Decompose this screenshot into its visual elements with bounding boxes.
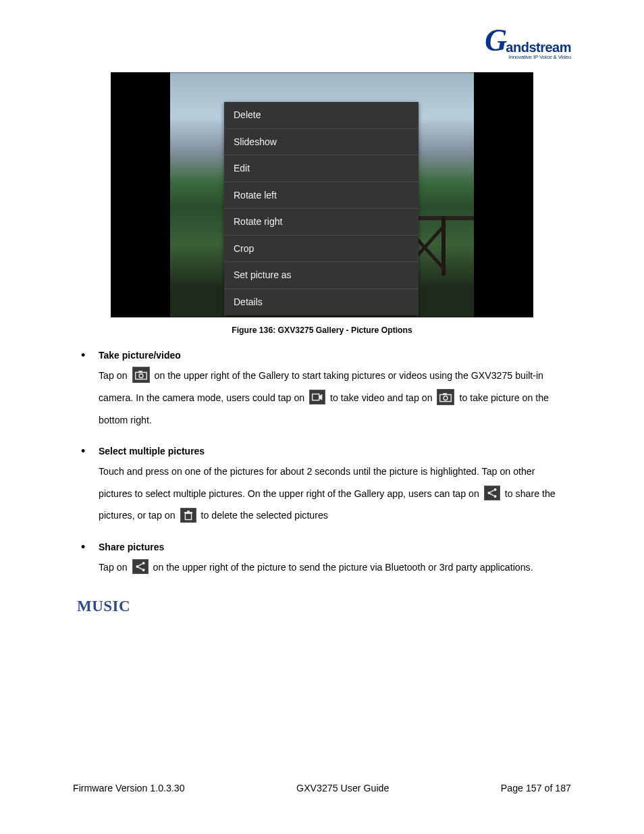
logo-name: andstream xyxy=(506,40,571,55)
menu-item-rotate-right[interactable]: Rotate right xyxy=(224,209,419,236)
svg-rect-15 xyxy=(187,511,190,512)
footer-firmware: Firmware Version 1.0.3.30 xyxy=(73,783,185,793)
menu-item-rotate-left[interactable]: Rotate left xyxy=(224,182,419,209)
menu-item-delete[interactable]: Delete xyxy=(224,102,419,129)
body-text: to delete the selected pictures xyxy=(200,510,328,521)
bullet-share-pictures: Share pictures Tap on on the upper right… xyxy=(77,542,571,579)
body-text: Tap on xyxy=(99,370,130,381)
svg-point-17 xyxy=(142,562,144,565)
svg-point-1 xyxy=(139,374,143,378)
share-icon xyxy=(132,559,149,574)
section-heading-music: MUSIC xyxy=(77,598,571,615)
bullet-heading: Take picture/video xyxy=(99,350,571,361)
svg-rect-13 xyxy=(185,513,191,519)
bullet-heading: Share pictures xyxy=(99,542,571,552)
svg-line-11 xyxy=(490,490,494,492)
body-text: on the upper right of the picture to sen… xyxy=(153,562,533,573)
page-footer: Firmware Version 1.0.3.30 GXV3275 User G… xyxy=(73,783,571,793)
menu-item-set-picture-as[interactable]: Set picture as xyxy=(224,262,419,289)
figure-caption: Figure 136: GXV3275 Gallery - Picture Op… xyxy=(73,325,571,335)
camera-icon xyxy=(437,389,454,405)
footer-title: GXV3275 User Guide xyxy=(296,783,389,793)
svg-line-20 xyxy=(138,567,142,569)
menu-item-details[interactable]: Details xyxy=(224,289,419,316)
brand-logo: G andstream Innovative IP Voice & Video xyxy=(73,34,571,60)
share-icon xyxy=(484,486,500,500)
bullet-heading: Select multiple pictures xyxy=(99,446,571,457)
svg-point-10 xyxy=(493,495,496,498)
svg-point-6 xyxy=(444,396,448,400)
svg-point-18 xyxy=(142,569,144,571)
svg-rect-2 xyxy=(138,371,142,373)
body-text: Touch and press on one of the pictures f… xyxy=(99,466,535,499)
svg-rect-3 xyxy=(313,394,319,400)
bullet-select-multiple: Select multiple pictures Touch and press… xyxy=(77,446,571,527)
svg-rect-14 xyxy=(184,512,192,513)
menu-item-edit[interactable]: Edit xyxy=(224,155,419,182)
svg-line-12 xyxy=(490,494,494,496)
body-text: to take video and tap on xyxy=(330,392,435,403)
trash-icon xyxy=(180,508,196,523)
camera-icon xyxy=(132,367,150,383)
svg-line-19 xyxy=(138,564,142,566)
logo-letter: G xyxy=(485,30,507,51)
footer-page: Page 157 of 187 xyxy=(501,783,571,793)
video-icon xyxy=(309,390,325,405)
body-text: Tap on xyxy=(99,562,130,573)
svg-rect-7 xyxy=(444,393,448,395)
bullet-take-picture: Take picture/video Tap on on the upper r… xyxy=(77,350,571,431)
gallery-screenshot: Delete Slideshow Edit Rotate left Rotate… xyxy=(111,72,533,317)
menu-item-slideshow[interactable]: Slideshow xyxy=(224,129,419,156)
context-menu: Delete Slideshow Edit Rotate left Rotate… xyxy=(224,102,419,315)
svg-point-9 xyxy=(493,488,496,491)
menu-item-crop[interactable]: Crop xyxy=(224,236,419,263)
